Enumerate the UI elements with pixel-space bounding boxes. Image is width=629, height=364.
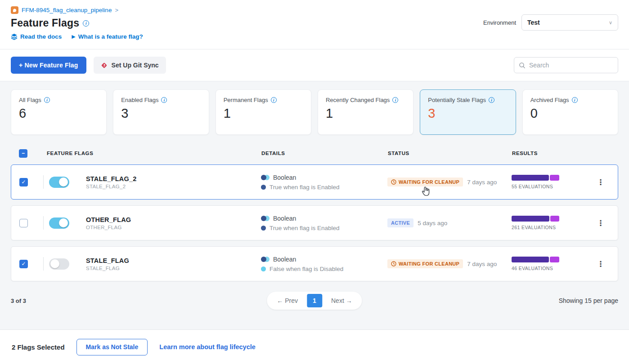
stat-label: Archived Flags — [530, 97, 569, 103]
showing-per-page: Showing 15 per page — [559, 297, 618, 304]
status-badge[interactable]: WAITING FOR CLEANUP — [387, 259, 463, 268]
docs-layers-icon — [11, 33, 18, 40]
column-header-details: DETAILS — [254, 151, 382, 156]
stat-value: 6 — [19, 106, 99, 121]
status-badge[interactable]: WAITING FOR CLEANUP — [387, 178, 463, 186]
flag-toggle[interactable] — [49, 258, 69, 270]
stat-label: Permanent Flags — [224, 97, 268, 103]
row-checkbox[interactable] — [19, 219, 28, 227]
status-badge[interactable]: ACTIVE — [387, 218, 413, 227]
title-info-icon[interactable]: i — [83, 20, 89, 27]
next-page-button[interactable]: Next → — [324, 295, 359, 306]
info-icon[interactable]: i — [572, 97, 578, 103]
info-icon[interactable]: i — [392, 97, 398, 103]
toolbar: + New Feature Flag Set Up Git Sync — [0, 49, 629, 81]
stat-card-enabled-flags[interactable]: Enabled Flags i 3 — [113, 89, 209, 135]
stat-value: 3 — [428, 106, 508, 121]
stat-value: 3 — [121, 106, 201, 121]
stat-label: Recently Changed Flags — [326, 97, 390, 103]
flag-id: OTHER_FLAG — [86, 225, 254, 230]
main-content: All Flags i 6 Enabled Flags i 3 Permanen… — [0, 81, 629, 310]
what-is-feature-flag-link[interactable]: ▶ What is a feature flag? — [72, 33, 143, 40]
environment-label: Environment — [483, 19, 516, 26]
variation-dot-icon — [261, 266, 266, 271]
boolean-type-icon — [261, 216, 270, 221]
column-header-results: RESULTS — [508, 151, 592, 156]
info-icon[interactable]: i — [161, 97, 167, 103]
stat-label: Enabled Flags — [121, 97, 158, 103]
table-header: − FEATURE FLAGS DETAILS STATUS RESULTS — [11, 147, 618, 159]
flag-row-stale-flag[interactable]: ✓ STALE_FLAG STALE_FLAG Boolean False wh… — [11, 246, 618, 281]
evaluations-label: 55 EVALUATIONS — [512, 184, 592, 189]
stat-value: 1 — [326, 106, 405, 121]
prev-page-button[interactable]: ← Prev — [270, 295, 305, 306]
row-count: 3 of 3 — [11, 297, 26, 304]
pager: ← Prev 1 Next → — [267, 292, 362, 310]
page-header: FFM-8945_flag_cleanup_pipeline > Feature… — [0, 0, 629, 49]
git-sync-button[interactable]: Set Up Git Sync — [94, 57, 166, 74]
mark-not-stale-button[interactable]: Mark as Not Stale — [76, 339, 148, 355]
page-title: Feature Flags — [11, 17, 79, 29]
evaluations-label: 261 EVALUATIONS — [512, 225, 592, 230]
feature-flags-page: FFM-8945_flag_cleanup_pipeline > Feature… — [0, 0, 629, 364]
stat-label: All Flags — [19, 97, 41, 103]
flag-name[interactable]: STALE_FLAG — [86, 257, 254, 264]
divider — [43, 216, 44, 230]
flag-row-stale-flag-2[interactable]: ✓ STALE_FLAG_2 STALE_FLAG_2 Boolean True… — [11, 164, 618, 200]
flags-selected-count: 2 Flags Selected — [12, 343, 65, 351]
breadcrumb[interactable]: FFM-8945_flag_cleanup_pipeline > — [11, 6, 143, 14]
play-icon: ▶ — [72, 34, 75, 40]
flag-id: STALE_FLAG — [86, 266, 254, 271]
info-icon[interactable]: i — [489, 97, 494, 103]
read-the-docs-label: Read the docs — [20, 33, 62, 40]
row-checkbox[interactable]: ✓ — [19, 260, 28, 268]
flag-row-other-flag[interactable]: OTHER_FLAG OTHER_FLAG Boolean True when … — [11, 205, 618, 240]
row-menu-button[interactable]: ⋮ — [593, 176, 608, 189]
clock-icon — [391, 179, 396, 185]
page-1-button[interactable]: 1 — [307, 294, 322, 307]
stat-value: 0 — [530, 106, 610, 121]
git-sync-icon — [101, 62, 108, 69]
stat-card-archived-flags[interactable]: Archived Flags i 0 — [522, 89, 618, 135]
stat-card-permanent-flags[interactable]: Permanent Flags i 1 — [216, 89, 311, 135]
divider — [43, 257, 44, 271]
evaluations-bar — [512, 175, 559, 181]
stat-card-potentially-stale-flags[interactable]: Potentially Stale Flags i 3 — [420, 89, 516, 135]
evaluations-bar — [512, 257, 559, 262]
git-sync-label: Set Up Git Sync — [112, 62, 159, 69]
what-is-feature-flag-label: What is a feature flag? — [78, 33, 143, 40]
flag-toggle[interactable] — [49, 218, 69, 229]
project-icon — [11, 6, 18, 14]
stat-label: Potentially Stale Flags — [428, 97, 486, 103]
stat-card-recently-changed-flags[interactable]: Recently Changed Flags i 1 — [318, 89, 413, 135]
row-menu-button[interactable]: ⋮ — [593, 217, 608, 230]
flag-detail: True when flag is Enabled — [270, 225, 340, 231]
flag-name[interactable]: OTHER_FLAG — [86, 216, 254, 223]
flag-detail: True when flag is Enabled — [270, 184, 340, 191]
stat-value: 1 — [224, 106, 303, 121]
stats-row: All Flags i 6 Enabled Flags i 3 Permanen… — [11, 89, 618, 135]
info-icon[interactable]: i — [271, 97, 277, 103]
search-input[interactable] — [529, 62, 613, 69]
variation-dot-icon — [261, 185, 266, 190]
breadcrumb-chevron-icon: > — [115, 7, 118, 13]
flag-toggle[interactable] — [49, 177, 69, 188]
search-box — [514, 57, 618, 73]
read-the-docs-link[interactable]: Read the docs — [11, 33, 62, 40]
stat-card-all-flags[interactable]: All Flags i 6 — [11, 89, 107, 135]
new-feature-flag-button[interactable]: + New Feature Flag — [11, 57, 86, 74]
row-checkbox[interactable]: ✓ — [19, 178, 28, 186]
learn-more-link[interactable]: Learn more about flag lifecycle — [159, 343, 256, 351]
environment-select[interactable]: Test ∨ — [521, 14, 618, 31]
select-all-checkbox[interactable]: − — [19, 149, 27, 158]
flag-name[interactable]: STALE_FLAG_2 — [86, 175, 254, 182]
breadcrumb-project[interactable]: FFM-8945_flag_cleanup_pipeline — [22, 7, 112, 13]
flag-type: Boolean — [273, 174, 296, 181]
search-icon — [519, 62, 526, 69]
flag-detail: False when flag is Disabled — [270, 266, 343, 272]
boolean-type-icon — [261, 175, 270, 180]
flag-id: STALE_FLAG_2 — [86, 184, 254, 189]
info-icon[interactable]: i — [44, 97, 50, 103]
row-menu-button[interactable]: ⋮ — [593, 257, 608, 271]
evaluations-label: 46 EVALUATIONS — [512, 266, 592, 271]
